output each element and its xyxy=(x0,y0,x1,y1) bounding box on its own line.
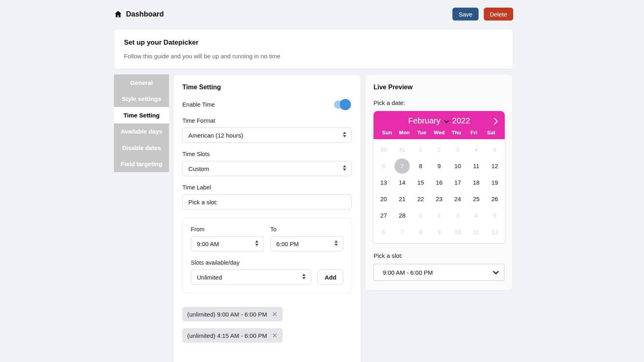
remove-slot-icon[interactable]: ✕ xyxy=(272,332,277,339)
preview-slot-select[interactable]: 9:00 AM - 6:00 PM xyxy=(374,264,504,281)
time-slots-select[interactable]: Custom xyxy=(182,161,352,176)
delete-button[interactable]: Delete xyxy=(484,8,513,21)
calendar-day[interactable]: 25 xyxy=(467,191,485,207)
slot-chip: (unlimited) 9:00 AM - 6:00 PM✕ xyxy=(182,307,283,321)
slots-row: Unlimited Add xyxy=(191,269,343,285)
calendar-day: 1 xyxy=(411,207,430,224)
sidebar-tabs: GeneralStyle settingsTime SettingAvailab… xyxy=(114,74,169,172)
calendar-day: 6 xyxy=(374,158,393,174)
calendar-day[interactable]: 17 xyxy=(448,174,467,191)
sidebar-item-disable-dates[interactable]: Disable dates xyxy=(114,140,169,156)
sidebar-item-style-settings[interactable]: Style settings xyxy=(114,91,169,107)
calendar-day: 8 xyxy=(411,224,430,240)
calendar-day[interactable]: 20 xyxy=(374,191,393,207)
enable-time-toggle[interactable] xyxy=(334,101,349,109)
chevron-down-icon[interactable] xyxy=(444,118,449,125)
calendar-dayname: Mon xyxy=(396,130,413,136)
calendar-day-names: SunMonTueWedThuFriSat xyxy=(378,130,500,136)
content-row: GeneralStyle settingsTime SettingAvailab… xyxy=(114,74,513,362)
add-slot-button[interactable]: Add xyxy=(318,269,343,285)
calendar-day[interactable]: 19 xyxy=(485,174,504,191)
calendar-day[interactable]: 9 xyxy=(430,158,448,174)
calendar-header: February 2022 SunMonTueWedThuFriSat xyxy=(374,111,505,139)
stepper-icon xyxy=(255,240,259,247)
calendar-dayname: Sun xyxy=(378,130,396,136)
time-label-group: Time Label xyxy=(182,184,352,210)
calendar-day[interactable]: 27 xyxy=(374,207,393,224)
from-value: 9:00 AM xyxy=(197,241,219,247)
form-title: Time Setting xyxy=(182,84,352,91)
calendar-day[interactable]: 10 xyxy=(448,158,467,174)
calendar-day[interactable]: 15 xyxy=(411,174,430,191)
sidebar-item-available-days[interactable]: Available days xyxy=(114,123,169,140)
from-label: From xyxy=(191,226,264,232)
next-month-icon[interactable] xyxy=(493,117,498,125)
calendar-day[interactable]: 24 xyxy=(448,191,467,207)
chevron-down-icon xyxy=(493,269,499,276)
slot-chip-list: (unlimited) 9:00 AM - 6:00 PM✕(unlimited… xyxy=(182,307,352,343)
sidebar-item-time-setting[interactable]: Time Setting xyxy=(114,107,169,123)
calendar-day: 3 xyxy=(448,141,467,158)
page-title: Dashboard xyxy=(126,10,164,19)
calendar-dayname: Sat xyxy=(483,130,500,136)
calendar-grid: 3031123456789101112131415161718192021222… xyxy=(374,139,505,243)
calendar-day: 2 xyxy=(430,141,448,158)
calendar-day[interactable]: 8 xyxy=(411,158,430,174)
time-format-label: Time Format xyxy=(182,117,352,124)
calendar-day[interactable]: 18 xyxy=(467,174,485,191)
calendar-dayname: Thu xyxy=(448,130,465,136)
calendar-day: 2 xyxy=(430,207,448,224)
top-actions: Save Delete xyxy=(452,8,513,21)
home-icon xyxy=(114,10,122,19)
slots-available-value: Unlimited xyxy=(197,274,222,281)
calendar-day[interactable]: 16 xyxy=(430,174,448,191)
top-bar: Dashboard Save Delete xyxy=(114,5,513,23)
time-setting-card: Time Setting Enable Time Time Format Ame… xyxy=(173,74,361,362)
calendar-day[interactable]: 22 xyxy=(411,191,430,207)
to-value: 6:00 PM xyxy=(277,241,299,247)
calendar-month-dropdown[interactable]: February xyxy=(408,116,440,125)
calendar-day-selected[interactable]: 7 xyxy=(393,158,411,174)
pick-slot-label: Pick a slot: xyxy=(374,252,504,259)
time-slots-value: Custom xyxy=(188,165,209,172)
sidebar-item-general[interactable]: General xyxy=(114,74,169,91)
stepper-icon xyxy=(343,165,347,172)
to-select[interactable]: 6:00 PM xyxy=(270,236,344,251)
save-button[interactable]: Save xyxy=(452,8,478,21)
time-format-value: American (12 hours) xyxy=(188,132,243,139)
calendar-day[interactable]: 23 xyxy=(430,191,448,207)
calendar-day: 3 xyxy=(448,207,467,224)
calendar-day[interactable]: 13 xyxy=(374,174,393,191)
stepper-icon xyxy=(343,132,347,139)
brand: Dashboard xyxy=(114,10,164,19)
to-label: To xyxy=(270,226,344,232)
slots-available-select[interactable]: Unlimited xyxy=(191,269,311,285)
toggle-knob xyxy=(340,99,351,110)
calendar-day: 4 xyxy=(467,207,485,224)
from-select[interactable]: 9:00 AM xyxy=(191,236,264,251)
calendar-day[interactable]: 21 xyxy=(393,191,411,207)
calendar-day: 1 xyxy=(411,141,430,158)
sidebar-item-field-targeting[interactable]: Field targeting xyxy=(114,156,169,173)
slots-available-label: Slots available/day xyxy=(191,259,343,266)
calendar-title-row: February 2022 xyxy=(378,116,500,125)
page: Dashboard Save Delete Set up your Datepi… xyxy=(114,5,513,362)
calendar-day: 4 xyxy=(467,141,485,158)
calendar-day[interactable]: 14 xyxy=(393,174,411,191)
to-group: To 6:00 PM xyxy=(270,226,344,251)
enable-time-row: Enable Time xyxy=(182,101,352,109)
time-format-select[interactable]: American (12 hours) xyxy=(182,128,352,143)
calendar-day[interactable]: 26 xyxy=(485,191,504,207)
slot-chip-label: (unlimited) 9:00 AM - 6:00 PM xyxy=(187,311,267,318)
calendar-day[interactable]: 11 xyxy=(467,158,485,174)
remove-slot-icon[interactable]: ✕ xyxy=(272,311,277,318)
time-label-input[interactable] xyxy=(182,194,352,210)
enable-time-label: Enable Time xyxy=(182,101,215,108)
time-format-group: Time Format American (12 hours) xyxy=(182,117,352,143)
calendar-day: 6 xyxy=(374,224,393,240)
time-slots-label: Time Slots xyxy=(182,151,352,157)
stepper-icon xyxy=(302,274,306,281)
calendar-day[interactable]: 12 xyxy=(485,158,504,174)
stepper-icon xyxy=(334,240,338,247)
calendar-day[interactable]: 28 xyxy=(393,207,411,224)
